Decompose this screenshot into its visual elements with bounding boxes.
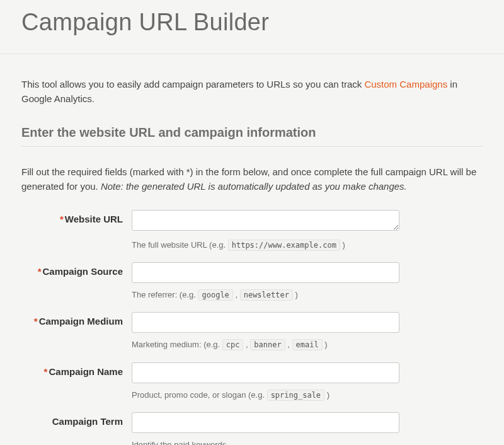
label-text-campaign-medium: Campaign Medium [39,316,123,327]
hint-campaign-medium: Marketing medium: (e.g. cpc , banner , e… [132,335,328,350]
campaign-source-input[interactable] [132,262,399,283]
page-title: Campaign URL Builder [21,9,483,36]
hint-campaign-name: Product, promo code, or slogan (e.g. spr… [132,386,329,401]
hint-row-campaign-medium: Marketing medium: (e.g. cpc , banner , e… [21,335,483,350]
instructions-note: Note: the generated URL is automatically… [101,181,407,192]
label-text-campaign-term: Campaign Term [52,416,123,427]
field-row-campaign-term: Campaign Term [21,412,483,433]
hint-row-campaign-term: Identify the paid keywords [21,436,483,445]
required-star-icon: * [60,214,64,224]
required-star-icon: * [44,366,48,377]
required-star-icon: * [38,266,42,277]
field-row-campaign-source: *Campaign Source [21,262,483,283]
hint-row-campaign-name: Product, promo code, or slogan (e.g. spr… [21,386,483,401]
website-url-input[interactable] [132,210,399,231]
campaign-form: *Website URL The full website URL (e.g. … [21,210,483,445]
field-row-campaign-medium: *Campaign Medium [21,312,483,333]
hint-campaign-source: The referrer: (e.g. google , newsletter … [132,286,298,301]
hint-code: cpc [222,339,244,350]
intro-text: This tool allows you to easily add campa… [21,77,483,107]
field-row-website-url: *Website URL [21,210,483,233]
hint-website-url: The full website URL (e.g. https://www.e… [132,236,345,251]
label-text-campaign-source: Campaign Source [42,266,123,277]
label-campaign-source: *Campaign Source [21,262,132,277]
hint-code: newsletter [240,289,293,301]
hint-code: google [198,289,232,301]
section-heading: Enter the website URL and campaign infor… [21,125,483,140]
label-campaign-medium: *Campaign Medium [21,312,132,327]
content-area: This tool allows you to easily add campa… [0,54,504,445]
hint-campaign-term: Identify the paid keywords [132,436,226,445]
label-campaign-name: *Campaign Name [21,362,132,377]
campaign-term-input[interactable] [132,412,399,433]
label-website-url: *Website URL [21,210,132,224]
hint-code: https://www.example.com [228,240,340,251]
label-text-website-url: Website URL [65,214,123,224]
required-star-icon: * [34,316,38,327]
hint-code: spring_sale [267,390,324,401]
hint-row-website-url: The full website URL (e.g. https://www.e… [21,236,483,251]
custom-campaigns-link[interactable]: Custom Campaigns [364,79,447,90]
hint-code: banner [250,339,285,350]
hint-row-campaign-source: The referrer: (e.g. google , newsletter … [21,286,483,301]
instructions-text: Fill out the required fields (marked wit… [21,165,483,194]
label-text-campaign-name: Campaign Name [49,366,123,377]
campaign-name-input[interactable] [132,362,399,383]
campaign-medium-input[interactable] [132,312,399,333]
page-header: Campaign URL Builder [0,0,504,54]
section-divider [21,146,483,147]
field-row-campaign-name: *Campaign Name [21,362,483,383]
intro-text-before: This tool allows you to easily add campa… [21,79,364,90]
hint-code: email [292,339,323,350]
label-campaign-term: Campaign Term [21,412,132,427]
